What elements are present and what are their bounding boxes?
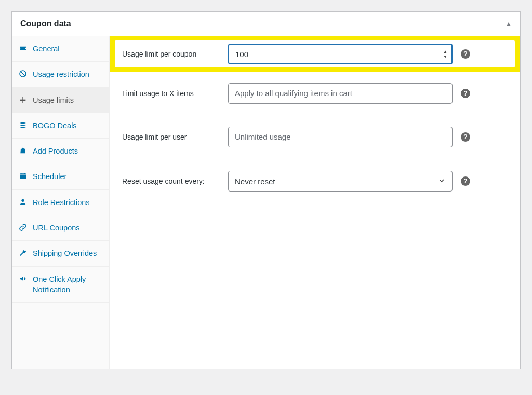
- usage-limit-per-coupon-input[interactable]: ▲ ▼: [228, 44, 453, 64]
- calendar-icon: [18, 171, 28, 180]
- usage-limit-per-coupon-value[interactable]: [235, 45, 433, 63]
- sidebar-item-label: One Click Apply Notification: [33, 274, 103, 295]
- number-spinner[interactable]: ▲ ▼: [442, 49, 448, 59]
- coupon-data-panel: Coupon data ▲ General Usage restriction: [11, 11, 521, 369]
- help-icon[interactable]: ?: [461, 132, 470, 142]
- sidebar-item-shipping-overrides[interactable]: Shipping Overrides: [12, 241, 109, 266]
- sidebar-item-label: Usage restriction: [33, 69, 103, 79]
- ban-icon: [18, 69, 28, 78]
- sidebar-item-scheduler[interactable]: Scheduler: [12, 164, 109, 189]
- sidebar-item-label: Shipping Overrides: [33, 248, 103, 258]
- sidebar-item-bogo-deals[interactable]: BOGO Deals: [12, 113, 109, 139]
- panel-body: General Usage restriction Usage limits B…: [12, 36, 520, 369]
- panel-collapse-toggle[interactable]: ▲: [506, 20, 512, 28]
- wrench-icon: [18, 248, 28, 257]
- usage-limit-per-user-input[interactable]: Unlimited usage: [228, 127, 453, 147]
- svg-point-10: [21, 199, 24, 201]
- sliders-icon: [18, 95, 28, 104]
- sidebar-item-one-click-apply[interactable]: One Click Apply Notification: [12, 267, 109, 303]
- stack-icon: [18, 120, 28, 129]
- sidebar-item-role-restrictions[interactable]: Role Restrictions: [12, 190, 109, 215]
- row-reset-usage-count: Reset usage count every: Never reset ?: [110, 159, 520, 203]
- sidebar-item-label: General: [33, 44, 103, 54]
- label-reset-usage-count: Reset usage count every:: [122, 177, 220, 185]
- sidebar-item-url-coupons[interactable]: URL Coupons: [12, 215, 109, 241]
- sidebar-item-label: BOGO Deals: [33, 120, 103, 131]
- reset-usage-count-select[interactable]: Never reset: [228, 171, 453, 192]
- user-icon: [18, 197, 28, 206]
- link-icon: [18, 223, 28, 231]
- coupon-sidebar: General Usage restriction Usage limits B…: [12, 36, 110, 369]
- megaphone-icon: [18, 274, 28, 283]
- label-limit-usage-to-x-items: Limit usage to X items: [122, 89, 220, 98]
- sidebar-item-label: Usage limits: [33, 95, 103, 105]
- bag-icon: [18, 146, 28, 155]
- chevron-down-icon: [437, 176, 446, 186]
- placeholder-text: Apply to all qualifying items in cart: [235, 89, 352, 98]
- limit-usage-to-x-items-input[interactable]: Apply to all qualifying items in cart: [228, 83, 453, 104]
- usage-limits-content: Usage limit per coupon ▲ ▼ ? Limit usage…: [110, 36, 520, 369]
- select-value: Never reset: [235, 177, 275, 186]
- highlighted-row: Usage limit per coupon ▲ ▼ ?: [110, 36, 520, 72]
- help-icon[interactable]: ?: [461, 89, 470, 98]
- spinner-down-icon[interactable]: ▼: [442, 55, 448, 59]
- sidebar-item-label: Role Restrictions: [33, 197, 103, 208]
- help-icon[interactable]: ?: [461, 49, 470, 59]
- ticket-icon: [18, 44, 28, 52]
- sidebar-item-usage-restriction[interactable]: Usage restriction: [12, 62, 109, 87]
- svg-line-1: [21, 72, 25, 76]
- sidebar-item-usage-limits[interactable]: Usage limits: [12, 88, 109, 113]
- sidebar-item-label: Scheduler: [33, 171, 103, 182]
- help-icon[interactable]: ?: [461, 176, 470, 186]
- placeholder-text: Unlimited usage: [235, 132, 291, 141]
- sidebar-item-label: Add Products: [33, 146, 103, 156]
- sidebar-item-add-products[interactable]: Add Products: [12, 139, 109, 164]
- sidebar-item-label: URL Coupons: [33, 223, 103, 233]
- label-usage-limit-per-user: Usage limit per user: [122, 133, 220, 141]
- row-usage-limit-per-user: Usage limit per user Unlimited usage ?: [110, 115, 520, 159]
- row-limit-usage-to-x-items: Limit usage to X items Apply to all qual…: [110, 72, 520, 115]
- sidebar-item-general[interactable]: General: [12, 36, 109, 62]
- spinner-up-icon[interactable]: ▲: [442, 49, 448, 54]
- label-usage-limit-per-coupon: Usage limit per coupon: [122, 50, 220, 58]
- panel-header: Coupon data ▲: [12, 12, 520, 36]
- row-usage-limit-per-coupon: Usage limit per coupon ▲ ▼ ?: [115, 40, 515, 67]
- panel-title: Coupon data: [20, 19, 71, 29]
